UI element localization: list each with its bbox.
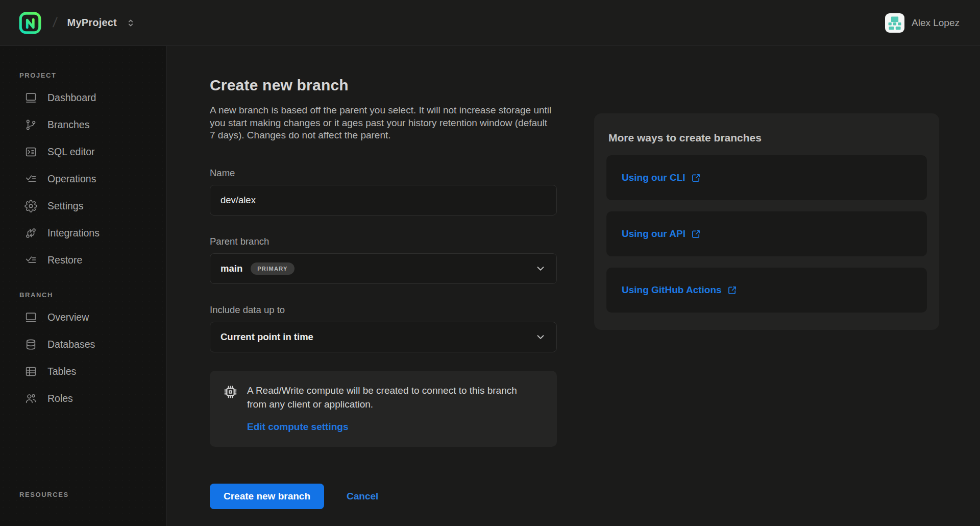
primary-badge: PRIMARY (251, 262, 294, 275)
sidebar-item-label: Integrations (47, 227, 100, 239)
sidebar-item-integrations[interactable]: Integrations (0, 220, 166, 247)
name-field-label: Name (210, 168, 557, 179)
avatar (885, 13, 904, 33)
sidebar-item-label: Tables (47, 366, 76, 377)
api-card[interactable]: Using our API (606, 211, 927, 256)
using-cli-link[interactable]: Using our CLI (622, 172, 701, 183)
app-window: / MyProject Alex Lopez PROJECT (0, 0, 980, 526)
sidebar-item-sql-editor[interactable]: SQL editor (0, 138, 166, 165)
branch-name-input[interactable] (210, 185, 557, 216)
compute-note-text: A Read/Write compute will be created to … (247, 384, 535, 411)
user-name: Alex Lopez (912, 17, 960, 29)
window-icon (24, 91, 37, 104)
compute-note: A Read/Write compute will be created to … (210, 371, 557, 447)
edit-compute-settings-link[interactable]: Edit compute settings (247, 421, 348, 433)
page-description: A new branch is based off the parent you… (210, 104, 555, 142)
using-github-actions-label: Using GitHub Actions (622, 284, 722, 296)
users-icon (24, 392, 37, 405)
parent-branch-value: main (220, 263, 242, 274)
cpu-chip-icon (223, 384, 238, 400)
external-link-icon (691, 229, 701, 240)
sidebar-item-label: Dashboard (47, 92, 96, 104)
topbar: / MyProject Alex Lopez (0, 0, 980, 46)
chevron-down-icon (535, 331, 546, 343)
form-actions: Create new branch Cancel (210, 484, 557, 509)
git-compare-icon (24, 227, 37, 240)
external-link-icon (691, 173, 701, 183)
neon-logo[interactable] (18, 11, 42, 35)
create-branch-form: Create new branch A new branch is based … (210, 46, 557, 509)
checklist-icon (24, 173, 37, 185)
sidebar-item-roles[interactable]: Roles (0, 385, 166, 412)
terminal-icon (24, 146, 37, 158)
main-content: Create new branch A new branch is based … (167, 46, 980, 526)
sidebar-item-operations[interactable]: Operations (0, 165, 166, 193)
project-selector-icon[interactable] (125, 17, 136, 29)
sidebar-item-label: Settings (47, 200, 83, 212)
sidebar-item-dashboard[interactable]: Dashboard (0, 84, 166, 111)
breadcrumb-project-name[interactable]: MyProject (67, 17, 117, 29)
sidebar-item-label: Branches (47, 119, 89, 131)
github-actions-card[interactable]: Using GitHub Actions (606, 268, 927, 313)
sidebar-item-label: SQL editor (47, 146, 95, 158)
include-data-value: Current point in time (220, 331, 313, 343)
sidebar-item-tables[interactable]: Tables (0, 358, 166, 385)
sidebar-item-label: Operations (47, 173, 96, 185)
cli-card[interactable]: Using our CLI (606, 155, 927, 200)
include-data-label: Include data up to (210, 304, 557, 316)
create-branch-button[interactable]: Create new branch (210, 484, 324, 509)
sidebar-item-label: Roles (47, 393, 73, 404)
sidebar-item-restore[interactable]: Restore (0, 247, 166, 274)
checklist-icon (24, 254, 37, 267)
gear-icon (24, 200, 37, 212)
sidebar-section-branch: BRANCH (19, 291, 166, 299)
sidebar: PROJECT Dashboard Branches SQL editor (0, 46, 167, 526)
sidebar-item-branches[interactable]: Branches (0, 111, 166, 138)
user-menu[interactable]: Alex Lopez (885, 13, 960, 33)
using-github-actions-link[interactable]: Using GitHub Actions (622, 284, 738, 296)
parent-branch-select[interactable]: main PRIMARY (210, 253, 557, 284)
window-icon (24, 311, 37, 324)
page-title: Create new branch (210, 77, 557, 94)
include-data-select[interactable]: Current point in time (210, 322, 557, 352)
using-api-label: Using our API (622, 228, 685, 240)
using-api-link[interactable]: Using our API (622, 228, 701, 240)
sidebar-item-label: Overview (47, 312, 89, 323)
sidebar-item-label: Restore (47, 254, 82, 266)
breadcrumb-divider: / (52, 15, 58, 31)
sidebar-item-databases[interactable]: Databases (0, 331, 166, 358)
more-ways-title: More ways to create branches (608, 132, 927, 144)
chevron-down-icon (535, 263, 546, 274)
sidebar-item-label: Databases (47, 339, 95, 350)
sidebar-item-overview[interactable]: Overview (0, 304, 166, 331)
sidebar-section-project: PROJECT (19, 71, 166, 79)
table-icon (24, 365, 37, 378)
sidebar-item-settings[interactable]: Settings (0, 193, 166, 220)
database-icon (24, 338, 37, 351)
cancel-link[interactable]: Cancel (347, 491, 378, 502)
more-ways-panel: More ways to create branches Using our C… (594, 113, 939, 330)
git-branch-icon (24, 118, 37, 131)
parent-branch-label: Parent branch (210, 236, 557, 247)
external-link-icon (727, 285, 738, 296)
using-cli-label: Using our CLI (622, 172, 685, 183)
sidebar-section-resources: RESOURCES (19, 491, 166, 498)
